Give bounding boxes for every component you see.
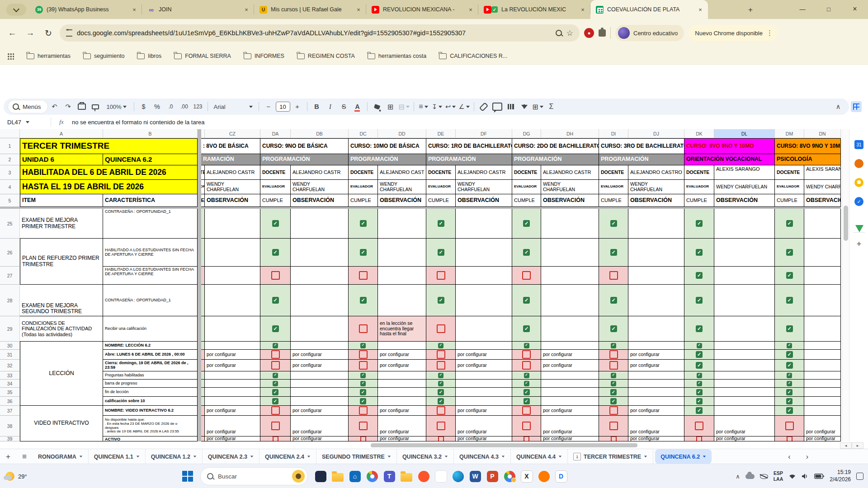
cell-DB4[interactable]: WENDY CHARFUELAN (291, 180, 349, 194)
checked-checkbox-icon[interactable]: ✓ (273, 373, 278, 378)
cell-DD5[interactable]: OBSERVACIÓN (378, 194, 426, 207)
cell-DF37[interactable]: por configurar (456, 406, 512, 416)
sheet-tab-menu-icon[interactable] (307, 456, 310, 458)
decrease-font-size-button[interactable]: − (262, 100, 275, 113)
cell-CY36[interactable] (201, 397, 205, 406)
sheet-tab-menu-icon[interactable] (250, 456, 253, 458)
cell-DM38[interactable] (775, 416, 804, 436)
percent-format-button[interactable]: % (151, 100, 164, 113)
merge-cells-button[interactable]: ⊟ (398, 100, 410, 113)
table-views-button[interactable]: ⊞ (532, 100, 544, 113)
cell-DJ28[interactable] (628, 285, 684, 316)
cell-DG27[interactable] (512, 267, 541, 285)
cell-DI2[interactable]: PROGRAMACIÓN (599, 154, 684, 165)
cell-DK3[interactable]: DOCENTE (684, 165, 714, 180)
cell-CY38[interactable] (201, 416, 205, 436)
checked-checkbox-icon[interactable]: ✓ (273, 381, 278, 386)
cell-DD32[interactable]: por configurar (378, 360, 426, 371)
taskbar-search[interactable]: Buscar (200, 467, 308, 485)
cell-B25[interactable]: CONTRASEÑA : OPORTUNIDAD_1 (103, 209, 198, 239)
onedrive-icon[interactable] (745, 474, 755, 479)
cell-DE27[interactable] (426, 267, 456, 285)
checked-checkbox-icon[interactable]: ✓ (524, 398, 530, 404)
sheet-tab-quincena-3-2[interactable]: QUINCENA 3.2 (397, 449, 454, 464)
unchecked-checkbox-icon[interactable] (609, 350, 618, 359)
cell-DK32[interactable]: ✓ (684, 360, 714, 371)
cell-DH39[interactable]: por configurar (541, 436, 599, 441)
cell-DK37[interactable]: ✓ (684, 406, 714, 416)
cell-DM33[interactable]: ✓ (775, 371, 804, 380)
cell-DA5[interactable]: CUMPLE (260, 194, 291, 207)
unchecked-checkbox-icon[interactable] (787, 436, 793, 441)
cell-CY3[interactable]: TE (201, 165, 205, 180)
cell-CZ36[interactable] (205, 397, 260, 406)
tab-close-icon[interactable]: × (579, 5, 587, 14)
cell-B27[interactable]: HABILITADO A LOS ESTUDIANTES SIN FECHA D… (103, 267, 198, 285)
cell-B37[interactable]: NOMBRE: VIDEO INTERACTIVO 6.2 (103, 406, 198, 416)
profile-chip[interactable]: Centro educativo (615, 25, 684, 41)
cell-B31[interactable]: Abre: LUNES 6 DE ABRIL DE 2026 , 00:00 (103, 350, 198, 360)
cell-DK1[interactable]: CURSO: 8VO 9NO Y 10MO (684, 138, 775, 154)
battery-icon[interactable] (814, 474, 824, 479)
taskbar-icon-dev[interactable]: D (552, 467, 570, 485)
sheet-tab-menu-icon[interactable] (137, 456, 139, 458)
cell-DD35[interactable] (378, 388, 426, 397)
window-minimize-button[interactable]: — (789, 0, 816, 18)
taskbar-icon-copilot[interactable] (312, 467, 329, 485)
sheet-tab-menu-icon[interactable] (80, 456, 82, 458)
cell-DB25[interactable] (291, 209, 349, 239)
unchecked-checkbox-icon[interactable] (609, 422, 618, 430)
row-header-3[interactable]: 3 (0, 165, 20, 180)
cell-DF26[interactable] (456, 239, 512, 267)
cell-CY34[interactable] (201, 380, 205, 388)
taskbar-icon-chrome[interactable] (363, 467, 381, 485)
cell-DI37[interactable] (599, 406, 628, 416)
zoom-icon[interactable] (556, 30, 562, 36)
calendar-icon[interactable]: 31 (854, 140, 863, 149)
cell-A3[interactable]: HABILITADA DEL 6 DE ABRIL DE 2026 (20, 165, 198, 180)
cell-DE5[interactable]: CUMPLE (426, 194, 456, 207)
checked-checkbox-icon[interactable]: ✓ (438, 297, 444, 304)
cell-DH31[interactable]: por configurar (541, 350, 599, 360)
cell-DF33[interactable] (456, 371, 512, 380)
insert-link-button[interactable] (477, 100, 490, 113)
cell-DI28[interactable]: ✓ (599, 285, 628, 316)
collapse-toolbar-button[interactable]: ∧ (832, 100, 844, 113)
checked-checkbox-icon[interactable]: ✓ (360, 389, 366, 395)
cell-DA37[interactable] (260, 406, 291, 416)
cell-DG28[interactable]: ✓ (512, 285, 541, 316)
unchecked-checkbox-icon[interactable] (438, 436, 444, 441)
cell-DH34[interactable] (541, 380, 599, 388)
cell-DD34[interactable] (378, 380, 426, 388)
currency-format-button[interactable]: $ (137, 100, 150, 113)
add-sheet-button[interactable]: + (0, 452, 16, 461)
cell-DM37[interactable]: ✓ (775, 406, 804, 416)
unchecked-checkbox-icon[interactable] (785, 422, 794, 430)
tab-close-icon[interactable]: × (354, 5, 363, 14)
cell-DF31[interactable]: por configurar (456, 350, 512, 360)
unchecked-checkbox-icon[interactable] (271, 422, 280, 430)
cell-DF4[interactable]: WENDY CHARFUELAN (456, 180, 512, 194)
cell-DM4[interactable]: EVALUADOR (775, 180, 804, 194)
cell-DH37[interactable]: por configurar (541, 406, 599, 416)
column-header-B[interactable]: B (103, 129, 198, 138)
column-header-DF[interactable]: DF (456, 129, 512, 138)
cell-DD27[interactable] (378, 267, 426, 285)
cell-DB27[interactable] (291, 267, 349, 285)
unchecked-checkbox-icon[interactable] (359, 406, 368, 415)
cell-DM27[interactable]: ✓ (775, 267, 804, 285)
cell-DK29[interactable]: ✓ (684, 316, 714, 342)
cell-DF27[interactable] (456, 267, 512, 285)
cell-CZ30[interactable] (205, 342, 260, 350)
menus-search-button[interactable]: Menús (8, 100, 47, 113)
cell-DK34[interactable]: ✓ (684, 380, 714, 388)
unchecked-checkbox-icon[interactable] (273, 436, 278, 441)
cell-DA26[interactable]: ✓ (260, 239, 291, 267)
row-header-36[interactable]: 36 (0, 397, 20, 406)
cell-CZ35[interactable] (205, 388, 260, 397)
cell-DM36[interactable]: ✓ (775, 397, 804, 406)
column-header-DM[interactable]: DM (775, 129, 804, 138)
row-header-5[interactable]: 5 (0, 194, 20, 207)
notification-center-icon[interactable] (856, 473, 863, 480)
cell-DG29[interactable]: ✓ (512, 316, 541, 342)
